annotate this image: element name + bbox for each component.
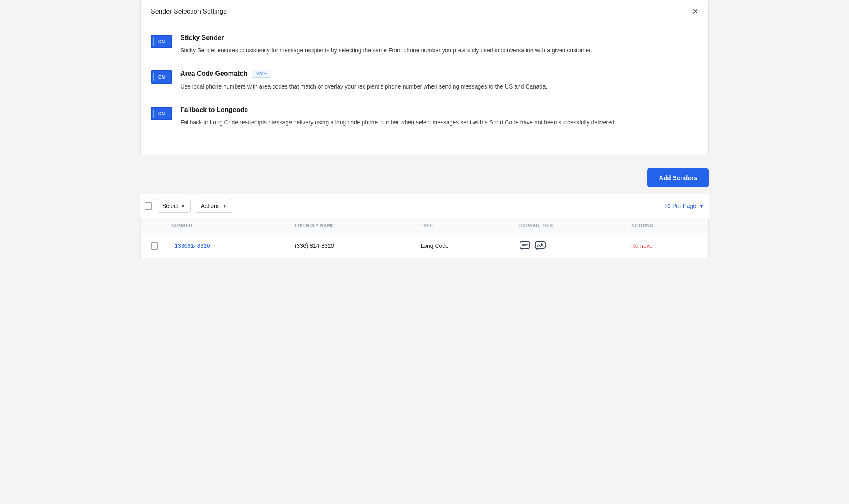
area-code-geomatch-desc: Use local phone numbers with area codes … xyxy=(180,82,547,91)
select-all-checkbox[interactable] xyxy=(145,202,152,210)
per-page-chevron-icon: ▼ xyxy=(699,203,704,209)
per-page-button[interactable]: 10 Per Page ▼ xyxy=(664,203,704,209)
phone-number-link[interactable]: +13368148320 xyxy=(171,243,210,249)
fallback-longcode-desc: Fallback to Long Code reattempts message… xyxy=(180,118,616,127)
svg-rect-0 xyxy=(520,242,530,248)
panel-header: Sender Selection Settings ✕ xyxy=(151,0,698,24)
select-chevron-icon: ▼ xyxy=(181,203,185,208)
col-capabilities: CAPABILITIES xyxy=(513,218,625,233)
sticky-sender-content: Sticky Sender Sticky Sender ensures cons… xyxy=(180,34,592,55)
table-header-row: NUMBER FRIENDLY NAME TYPE CAPABILITIES A… xyxy=(141,218,708,233)
svg-rect-3 xyxy=(535,242,545,248)
actions-chevron-icon: ▼ xyxy=(222,203,227,208)
remove-button[interactable]: Remove xyxy=(631,243,653,249)
actions-label: Actions xyxy=(201,203,220,209)
senders-table: NUMBER FRIENDLY NAME TYPE CAPABILITIES A… xyxy=(141,218,708,259)
sticky-sender-title: Sticky Sender xyxy=(180,34,592,42)
fallback-longcode-title: Fallback to Longcode xyxy=(180,106,616,114)
senders-table-wrapper: NUMBER FRIENDLY NAME TYPE CAPABILITIES A… xyxy=(140,218,709,259)
col-number: NUMBER xyxy=(165,218,288,233)
table-row: +13368148320 (336) 814-8320 Long Code xyxy=(141,233,708,259)
sms-capability-icon xyxy=(519,241,531,251)
row-friendly-name-cell: (336) 814-8320 xyxy=(288,233,414,259)
area-code-geomatch-toggle[interactable]: ON xyxy=(151,70,172,84)
per-page-label: 10 Per Page xyxy=(664,203,696,209)
mms-capability-icon xyxy=(535,241,546,251)
col-friendly-name: FRIENDLY NAME xyxy=(288,218,414,233)
sms-badge: SMS xyxy=(252,70,271,78)
area-code-geomatch-content: Area Code Geomatch SMS Use local phone n… xyxy=(180,70,547,91)
sticky-sender-toggle[interactable]: ON xyxy=(151,35,172,48)
row-capabilities-cell xyxy=(513,233,625,259)
fallback-longcode-row: ON Fallback to Longcode Fallback to Long… xyxy=(151,106,698,127)
select-dropdown-button[interactable]: Select ▼ xyxy=(157,199,191,213)
capabilities-icons xyxy=(519,241,618,251)
toolbar-left: Select ▼ Actions ▼ xyxy=(145,199,232,213)
row-checkbox-cell xyxy=(141,233,165,259)
row-checkbox[interactable] xyxy=(151,242,158,250)
page-wrapper: Sender Selection Settings ✕ ON Sticky Se… xyxy=(136,0,713,259)
area-code-geomatch-title: Area Code Geomatch SMS xyxy=(180,70,547,78)
col-type: TYPE xyxy=(414,218,512,233)
sticky-sender-row: ON Sticky Sender Sticky Sender ensures c… xyxy=(151,34,698,55)
svg-point-4 xyxy=(541,243,543,245)
row-actions-cell: Remove xyxy=(625,233,708,259)
row-type-cell: Long Code xyxy=(414,233,512,259)
row-number-cell: +13368148320 xyxy=(165,233,288,259)
fallback-longcode-toggle[interactable]: ON xyxy=(151,107,172,120)
panel-title: Sender Selection Settings xyxy=(151,8,226,15)
sender-selection-settings-panel: Sender Selection Settings ✕ ON Sticky Se… xyxy=(140,0,709,155)
collapse-icon[interactable]: ✕ xyxy=(692,7,698,16)
col-checkbox xyxy=(141,218,165,233)
actions-dropdown-button[interactable]: Actions ▼ xyxy=(196,199,232,213)
add-senders-button[interactable]: Add Senders xyxy=(647,168,709,187)
sticky-sender-desc: Sticky Sender ensures consistency for me… xyxy=(180,46,592,55)
col-actions: ACTIONS xyxy=(625,218,708,233)
area-code-geomatch-row: ON Area Code Geomatch SMS Use local phon… xyxy=(151,70,698,91)
add-senders-bar: Add Senders xyxy=(136,162,713,194)
table-toolbar: Select ▼ Actions ▼ 10 Per Page ▼ xyxy=(140,194,709,218)
select-label: Select xyxy=(162,203,178,209)
fallback-longcode-content: Fallback to Longcode Fallback to Long Co… xyxy=(180,106,616,127)
